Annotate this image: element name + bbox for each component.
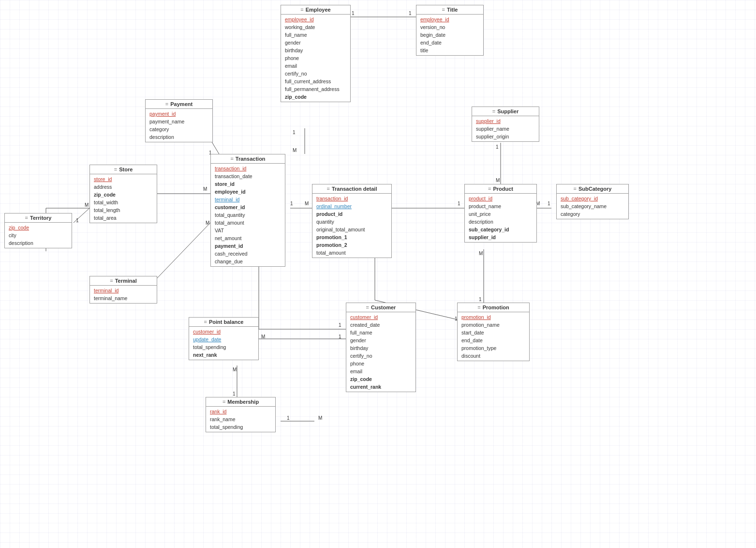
entity-membership: = Membership rank_id rank_name total_spe… (206, 397, 276, 432)
entity-promotion: = Promotion promotion_id promotion_name … (457, 303, 530, 361)
field-full-permanent-address: full_permanent_address (281, 85, 350, 93)
entity-header-store: = Store (90, 165, 157, 174)
entity-body-transaction-detail: transaction_id ordinal_number product_id… (312, 194, 391, 258)
entity-header-supplier: = Supplier (472, 107, 539, 116)
field-total-length: total_length (90, 206, 157, 214)
rel-label-emp-trans-1: 1 (293, 130, 296, 135)
entity-point-balance: = Point balance customer_id update_date … (189, 317, 259, 360)
field-cust-zip-code: zip_code (346, 375, 415, 383)
field-next-rank: next_rank (189, 351, 258, 359)
entity-header-customer: = Customer (346, 303, 415, 312)
field-td-promotion-2: promotion_2 (312, 241, 391, 249)
field-territory-zip-code: zip_code (5, 224, 72, 231)
field-description: description (146, 133, 212, 141)
field-promotion-name: promotion_name (458, 321, 529, 329)
field-begin-date: begin_date (416, 31, 483, 39)
field-cust-phone: phone (346, 360, 415, 367)
entity-payment: = Payment payment_id payment_name catego… (145, 99, 213, 142)
rel-label-trans-td-m: M (305, 201, 309, 206)
entity-body-supplier: supplier_id supplier_name supplier_origi… (472, 116, 539, 141)
entity-body-membership: rank_id rank_name total_spending (206, 407, 275, 432)
entity-body-promotion: promotion_id promotion_name start_date e… (458, 312, 529, 361)
field-unit-price: unit_price (465, 210, 536, 218)
entity-customer: = Customer customer_id created_date full… (346, 303, 416, 392)
entity-header-territory: = Territory (5, 213, 72, 223)
field-created-date: created_date (346, 321, 415, 329)
field-transaction-date: transaction_date (211, 172, 285, 180)
entity-header-product: = Product (465, 184, 536, 194)
diagram-canvas: 1 1 1 M 1 M 1 M 1 M 1 1 M 1 M M 1 1 M M … (0, 0, 756, 548)
field-supplier-id: supplier_id (472, 117, 539, 125)
entity-body-point-balance: customer_id update_date total_spending n… (189, 327, 258, 360)
rel-label-promo-1: 1 (479, 297, 482, 302)
svg-line-7 (150, 223, 210, 286)
field-td-transaction-id: transaction_id (312, 195, 391, 202)
entity-title: = Title employee_id version_no begin_dat… (416, 5, 484, 56)
field-email: email (281, 62, 350, 70)
field-certify-no: certify_no (281, 70, 350, 77)
field-supplier-name: supplier_name (472, 125, 539, 133)
field-customer-id: customer_id (346, 313, 415, 321)
field-sub-category-id: sub_category_id (465, 226, 536, 233)
field-gender: gender (281, 39, 350, 46)
field-promo-end-date: end_date (458, 336, 529, 344)
field-zip-code: zip_code (281, 93, 350, 101)
field-version-no: version_no (416, 23, 483, 31)
entity-header-subcategory: = SubCategory (557, 184, 628, 194)
field-td-product-id: product_id (312, 210, 391, 218)
field-employee-id: employee_id (281, 15, 350, 23)
entity-header-membership: = Membership (206, 397, 275, 407)
rel-label-td-prod-1: 1 (458, 201, 460, 206)
entity-body-employee: employee_id working_date full_name gende… (281, 15, 350, 102)
field-store-id: store_id (90, 175, 157, 183)
field-supplier-origin: supplier_origin (472, 133, 539, 140)
field-cash-received: cash_received (211, 250, 285, 258)
entity-header-promotion: = Promotion (458, 303, 529, 312)
entity-header-title: = Title (416, 5, 483, 15)
entity-body-payment: payment_id payment_name category descrip… (146, 109, 212, 142)
rel-label-term-m: M (206, 220, 209, 226)
field-sub-category-name: sub_category_name (557, 202, 628, 210)
field-rank-name: rank_name (206, 415, 275, 423)
field-total-width: total_width (90, 198, 157, 206)
field-product-name: product_name (465, 202, 536, 210)
field-td-original-total: original_total_amount (312, 226, 391, 233)
entity-body-subcategory: sub_category_id sub_category_name catego… (557, 194, 628, 219)
field-sub-category-id-pk: sub_category_id (557, 195, 628, 202)
entity-body-territory: zip_code city description (5, 223, 72, 248)
rel-label-title-emp-1: 1 (409, 11, 412, 16)
entity-store: = Store store_id address zip_code total_… (89, 165, 157, 223)
field-cust-birthday: birthday (346, 344, 415, 352)
entity-body-transaction: transaction_id transaction_date store_id… (211, 164, 285, 266)
field-total-spending: total_spending (189, 343, 258, 351)
field-promotion-id: promotion_id (458, 313, 529, 321)
field-rank-id: rank_id (206, 408, 275, 415)
entity-header-transaction: = Transaction (211, 154, 285, 164)
rel-label-cust-mem-1: 1 (287, 415, 290, 421)
field-trans-store-id: store_id (211, 180, 285, 188)
field-payment-name: payment_name (146, 118, 212, 125)
field-phone: phone (281, 54, 350, 62)
entity-header-point-balance: = Point balance (189, 318, 258, 327)
rel-label-pb-cust-m: M (261, 334, 265, 339)
field-td-total-amount: total_amount (312, 249, 391, 257)
entity-body-terminal: terminal_id terminal_name (90, 286, 157, 303)
field-full-current-address: full_current_address (281, 77, 350, 85)
rel-label-promo-m: M (479, 251, 483, 256)
field-birthday: birthday (281, 46, 350, 54)
entity-territory: = Territory zip_code city description (4, 213, 72, 248)
entity-subcategory: = SubCategory sub_category_id sub_catego… (556, 184, 629, 219)
entity-body-store: store_id address zip_code total_width to… (90, 174, 157, 223)
field-trans-customer-id: customer_id (211, 203, 285, 211)
field-prod-supplier-id: supplier_id (465, 233, 536, 241)
field-td-promotion-1: promotion_1 (312, 233, 391, 241)
field-transaction-id: transaction_id (211, 165, 285, 172)
field-total-quantity: total_quantity (211, 211, 285, 219)
field-subcat-category: category (557, 210, 628, 218)
field-total-area: total_area (90, 214, 157, 222)
field-terminal-id: terminal_id (90, 287, 157, 294)
entity-header-transaction-detail: = Transaction detail (312, 184, 391, 194)
field-full-name: full_name (281, 31, 350, 39)
entity-body-customer: customer_id created_date full_name gende… (346, 312, 415, 392)
field-cust-certify-no: certify_no (346, 352, 415, 360)
